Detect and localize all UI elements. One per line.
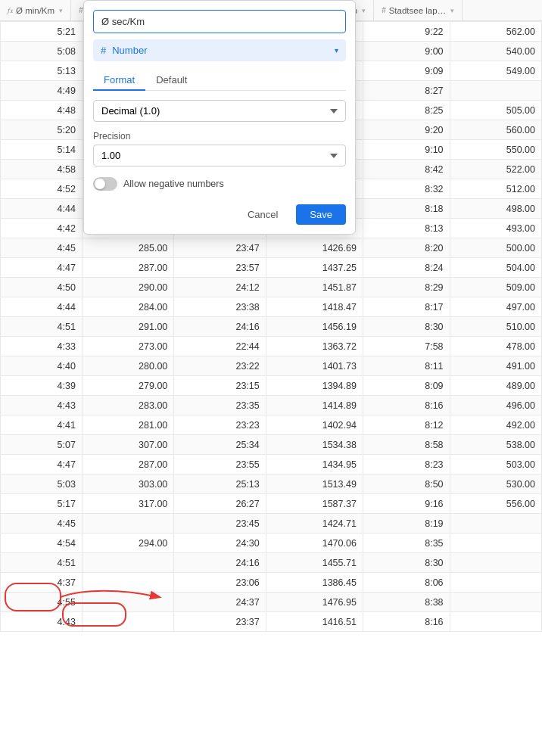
table-cell[interactable]: 1456.19 <box>266 317 363 337</box>
table-cell[interactable] <box>82 573 173 593</box>
table-cell[interactable]: 7:58 <box>363 337 450 356</box>
table-cell[interactable]: 23:06 <box>174 573 266 593</box>
table-cell[interactable]: 4:40 <box>1 356 83 376</box>
table-cell[interactable]: 1394.89 <box>266 376 363 396</box>
table-cell[interactable]: 540.00 <box>450 42 541 61</box>
table-cell[interactable]: 8:29 <box>363 278 450 297</box>
table-cell[interactable]: 23:15 <box>174 376 266 396</box>
negative-numbers-toggle[interactable] <box>93 177 117 191</box>
table-cell[interactable]: 505.00 <box>450 101 541 120</box>
table-cell[interactable]: 9:10 <box>363 140 450 160</box>
table-cell[interactable]: 23:55 <box>174 455 266 474</box>
format-select[interactable]: Decimal (1.0) Integer Percent Currency <box>93 100 346 122</box>
table-cell[interactable]: 307.00 <box>82 435 173 455</box>
table-cell[interactable]: 24:30 <box>174 534 266 553</box>
table-cell[interactable]: 8:16 <box>363 396 450 415</box>
table-cell[interactable]: 8:32 <box>363 179 450 199</box>
table-cell[interactable]: 1426.69 <box>266 238 363 258</box>
table-cell[interactable]: 550.00 <box>450 140 541 160</box>
table-cell[interactable]: 23:35 <box>174 396 266 415</box>
table-cell[interactable]: 8:25 <box>363 101 450 120</box>
table-cell[interactable]: 23:45 <box>174 514 266 534</box>
table-cell[interactable]: 290.00 <box>82 278 173 297</box>
table-cell[interactable]: 281.00 <box>82 415 173 435</box>
table-cell[interactable] <box>450 553 541 573</box>
table-cell[interactable]: 1470.06 <box>266 534 363 553</box>
table-cell[interactable]: 8:20 <box>363 238 450 258</box>
table-cell[interactable]: 283.00 <box>82 396 173 415</box>
table-cell[interactable]: 8:35 <box>363 534 450 553</box>
table-cell[interactable]: 538.00 <box>450 435 541 455</box>
table-cell[interactable]: 8:17 <box>363 297 450 317</box>
table-cell[interactable]: 4:41 <box>1 415 83 435</box>
table-cell[interactable]: 5:13 <box>1 61 83 81</box>
table-cell[interactable]: 9:16 <box>363 494 450 514</box>
table-cell[interactable]: 273.00 <box>82 337 173 356</box>
table-cell[interactable]: 1534.38 <box>266 435 363 455</box>
table-cell[interactable]: 530.00 <box>450 474 541 494</box>
table-cell[interactable] <box>82 514 173 534</box>
table-cell[interactable]: 291.00 <box>82 317 173 337</box>
table-cell[interactable]: 4:37 <box>1 573 83 593</box>
table-cell[interactable]: 4:42 <box>1 219 83 238</box>
table-cell[interactable]: 4:58 <box>1 160 83 179</box>
table-cell[interactable]: 303.00 <box>82 474 173 494</box>
table-cell[interactable]: 8:24 <box>363 258 450 278</box>
table-cell[interactable]: 497.00 <box>450 297 541 317</box>
table-cell[interactable]: 498.00 <box>450 199 541 219</box>
table-cell[interactable]: 23:37 <box>174 612 266 632</box>
table-cell[interactable] <box>82 553 173 573</box>
table-cell[interactable]: 4:54 <box>1 534 83 553</box>
table-cell[interactable]: 9:00 <box>363 42 450 61</box>
table-cell[interactable]: 4:55 <box>1 593 83 612</box>
table-cell[interactable] <box>450 534 541 553</box>
table-cell[interactable]: 4:48 <box>1 101 83 120</box>
table-cell[interactable]: 285.00 <box>82 238 173 258</box>
table-cell[interactable]: 8:06 <box>363 573 450 593</box>
table-cell[interactable] <box>450 593 541 612</box>
table-cell[interactable]: 22:44 <box>174 337 266 356</box>
table-cell[interactable]: 4:47 <box>1 258 83 278</box>
table-cell[interactable]: 4:52 <box>1 179 83 199</box>
table-cell[interactable]: 1363.72 <box>266 337 363 356</box>
tab-stadtsee-lap2[interactable]: # Stadtsee lap… ▾ <box>374 0 463 20</box>
table-cell[interactable]: 4:44 <box>1 199 83 219</box>
table-cell[interactable]: 4:45 <box>1 514 83 534</box>
table-cell[interactable] <box>450 573 541 593</box>
table-cell[interactable]: 8:27 <box>363 81 450 101</box>
table-cell[interactable]: 4:51 <box>1 553 83 573</box>
table-cell[interactable] <box>82 612 173 632</box>
table-cell[interactable]: 509.00 <box>450 278 541 297</box>
table-cell[interactable]: 23:47 <box>174 238 266 258</box>
table-cell[interactable]: 24:37 <box>174 593 266 612</box>
table-cell[interactable]: 279.00 <box>82 376 173 396</box>
table-cell[interactable]: 500.00 <box>450 238 541 258</box>
table-cell[interactable]: 9:22 <box>363 22 450 42</box>
table-cell[interactable]: 5:14 <box>1 140 83 160</box>
table-cell[interactable]: 1401.73 <box>266 356 363 376</box>
cancel-button[interactable]: Cancel <box>237 204 288 225</box>
table-cell[interactable]: 496.00 <box>450 396 541 415</box>
table-cell[interactable] <box>450 612 541 632</box>
table-cell[interactable]: 9:09 <box>363 61 450 81</box>
table-cell[interactable]: 8:16 <box>363 612 450 632</box>
table-cell[interactable]: 504.00 <box>450 258 541 278</box>
table-cell[interactable]: 1402.94 <box>266 415 363 435</box>
table-cell[interactable]: 23:57 <box>174 258 266 278</box>
table-cell[interactable]: 8:18 <box>363 199 450 219</box>
table-cell[interactable]: 1386.45 <box>266 573 363 593</box>
table-cell[interactable]: 8:12 <box>363 415 450 435</box>
table-cell[interactable]: 24:12 <box>174 278 266 297</box>
table-cell[interactable]: 5:21 <box>1 22 83 42</box>
table-cell[interactable]: 8:13 <box>363 219 450 238</box>
table-cell[interactable]: 562.00 <box>450 22 541 42</box>
table-cell[interactable]: 24:16 <box>174 553 266 573</box>
table-cell[interactable]: 4:50 <box>1 278 83 297</box>
table-cell[interactable]: 280.00 <box>82 356 173 376</box>
table-cell[interactable]: 522.00 <box>450 160 541 179</box>
table-cell[interactable]: 5:20 <box>1 120 83 140</box>
table-cell[interactable]: 5:03 <box>1 474 83 494</box>
table-cell[interactable]: 1476.95 <box>266 593 363 612</box>
table-cell[interactable]: 8:09 <box>363 376 450 396</box>
table-cell[interactable]: 492.00 <box>450 415 541 435</box>
